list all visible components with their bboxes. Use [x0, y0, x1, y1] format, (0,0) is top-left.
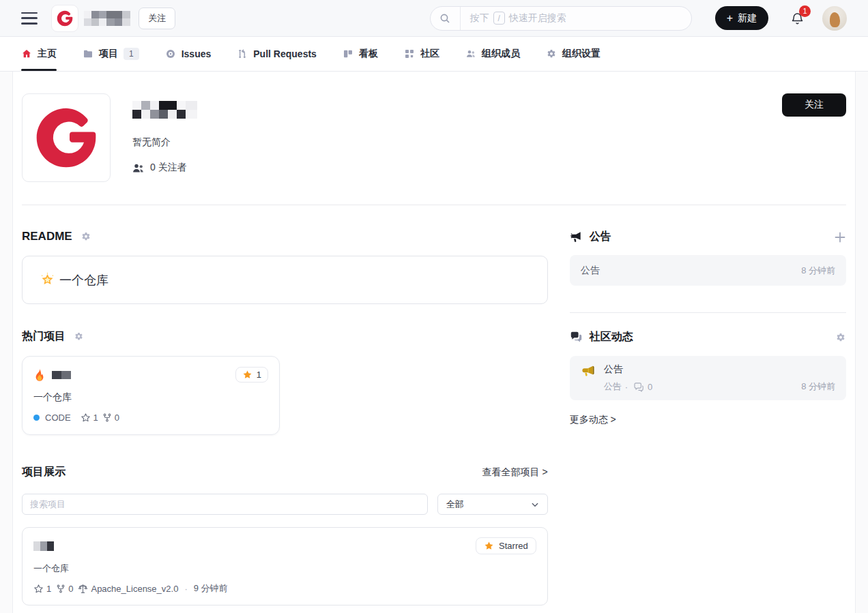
tab-issues[interactable]: Issues [165, 37, 212, 71]
sidebar-column: 公告 公告 8 分钟前 社区动态 [570, 230, 846, 613]
star-outline-icon [81, 413, 91, 423]
gear-icon [546, 48, 557, 59]
tab-members[interactable]: 组织成员 [465, 37, 520, 71]
view-all-projects-link[interactable]: 查看全部项目 > [482, 466, 548, 479]
follow-org-button[interactable]: 关注 [782, 93, 846, 117]
add-announcement-button[interactable] [834, 231, 846, 243]
activity-item-meta: 公告 · 0 8 分钟前 [604, 380, 835, 393]
project-stars: 1 [33, 584, 51, 594]
chevron-down-icon [531, 500, 539, 509]
readme-settings-gear-icon[interactable] [81, 231, 91, 242]
tab-community[interactable]: 社区 [404, 37, 439, 71]
plus-icon [834, 231, 846, 243]
gitee-logo[interactable] [51, 5, 78, 32]
kanban-icon [343, 48, 353, 59]
notifications-bell[interactable]: 1 [790, 11, 805, 26]
license-scale-icon [78, 584, 88, 594]
gitee-g-icon [56, 10, 74, 27]
showcase-project-card[interactable]: Starred 一个仓库 1 [22, 527, 548, 605]
search-icon [431, 7, 461, 30]
home-icon [21, 48, 32, 59]
showcase-header: 项目展示 查看全部项目 > [22, 465, 548, 479]
chat-bubbles-icon [570, 331, 583, 343]
members-icon [465, 48, 476, 59]
hot-project-star-count: 1 [257, 370, 261, 380]
hot-projects-gear-icon[interactable] [74, 331, 84, 342]
search-placeholder-suffix: 快速开启搜索 [509, 12, 566, 25]
hot-project-star-badge[interactable]: 1 [235, 367, 268, 383]
tab-pull-requests-label: Pull Requests [253, 48, 317, 59]
tab-home[interactable]: 主页 [21, 37, 57, 71]
showcase-title: 项目展示 [22, 465, 66, 479]
search-placeholder-prefix: 按下 [470, 12, 489, 25]
hot-projects-header: 热门项目 [22, 329, 548, 344]
announcement-label: 公告 [581, 265, 600, 277]
hot-project-name-redacted [52, 371, 71, 379]
followers-count: 0 关注者 [150, 162, 187, 174]
new-button[interactable]: + 新建 [715, 6, 768, 30]
fork-icon [56, 584, 66, 594]
org-name-redacted[interactable] [84, 11, 130, 26]
star-outline-icon [33, 584, 44, 594]
user-avatar[interactable] [822, 6, 847, 31]
community-grid-icon [404, 48, 415, 59]
language-dot [33, 415, 40, 421]
tab-projects-label: 项目 [99, 48, 118, 60]
main-column: README 一个仓库 热门项目 [22, 230, 548, 613]
showcase-filter-row: 全部 [22, 494, 548, 515]
announcement-item[interactable]: 公告 8 分钟前 [570, 255, 846, 286]
announcements-title: 公告 [590, 230, 611, 244]
org-navbar: 主页 项目 1 Issues Pull Requests 看板 社区 [0, 37, 868, 72]
filter-selected-value: 全部 [446, 498, 464, 511]
page-container: 暂无简介 0 关注者 关注 README [12, 72, 856, 613]
starred-label: Starred [499, 541, 528, 551]
tab-home-label: 主页 [38, 48, 57, 60]
announcement-time: 8 分钟前 [801, 265, 835, 277]
followers-link[interactable]: 0 关注者 [132, 162, 197, 174]
project-description: 一个仓库 [33, 563, 536, 575]
comment-icon [633, 382, 644, 392]
readme-card: 一个仓库 [22, 256, 548, 304]
activity-category: 公告 [604, 380, 622, 393]
activity-item[interactable]: 公告 公告 · 0 8 分钟前 [570, 356, 846, 400]
hot-project-description: 一个仓库 [33, 391, 268, 404]
activity-item-title: 公告 [604, 363, 835, 376]
language-label: CODE [45, 413, 71, 423]
tab-members-label: 组织成员 [482, 48, 520, 60]
tab-projects[interactable]: 项目 1 [83, 37, 139, 71]
starred-badge[interactable]: Starred [476, 537, 536, 554]
hot-projects-title: 热门项目 [22, 329, 66, 344]
activity-header: 社区动态 [570, 330, 846, 344]
star-filled-icon [484, 541, 494, 551]
tab-kanban[interactable]: 看板 [343, 37, 378, 71]
activity-body: 公告 公告 · 0 8 分钟前 [604, 363, 835, 393]
topbar-follow-button[interactable]: 关注 [139, 8, 175, 29]
tab-kanban-label: 看板 [359, 48, 378, 60]
org-info: 暂无简介 0 关注者 [132, 93, 197, 174]
glowing-star-icon [40, 272, 55, 288]
meta-separator: · [625, 382, 628, 392]
hamburger-menu-icon[interactable] [21, 12, 38, 25]
activity-time: 8 分钟前 [801, 380, 835, 393]
tab-issues-label: Issues [182, 48, 212, 59]
tab-settings[interactable]: 组织设置 [546, 37, 601, 71]
org-description: 暂无简介 [132, 136, 197, 149]
global-search[interactable]: 按下 / 快速开启搜索 [430, 6, 692, 31]
activity-settings-gear-icon[interactable] [835, 332, 846, 343]
projects-count-badge: 1 [124, 48, 139, 60]
search-placeholder: 按下 / 快速开启搜索 [470, 12, 566, 25]
more-activity-link[interactable]: 更多动态 > [570, 414, 616, 426]
fork-icon [102, 413, 112, 423]
sidebar-divider [570, 312, 846, 313]
tab-pull-requests[interactable]: Pull Requests [237, 37, 317, 71]
meta-separator: · [183, 584, 188, 594]
slash-key-cap: / [493, 12, 505, 25]
readme-header: README [22, 230, 548, 243]
project-search-input[interactable] [22, 494, 428, 515]
project-filter-dropdown[interactable]: 全部 [437, 494, 548, 515]
project-stats: 1 0 A [33, 582, 536, 595]
activity-title: 社区动态 [590, 330, 633, 344]
hot-project-card[interactable]: 1 一个仓库 CODE 1 [22, 356, 280, 435]
folder-icon [83, 48, 93, 59]
org-avatar[interactable] [22, 93, 111, 182]
